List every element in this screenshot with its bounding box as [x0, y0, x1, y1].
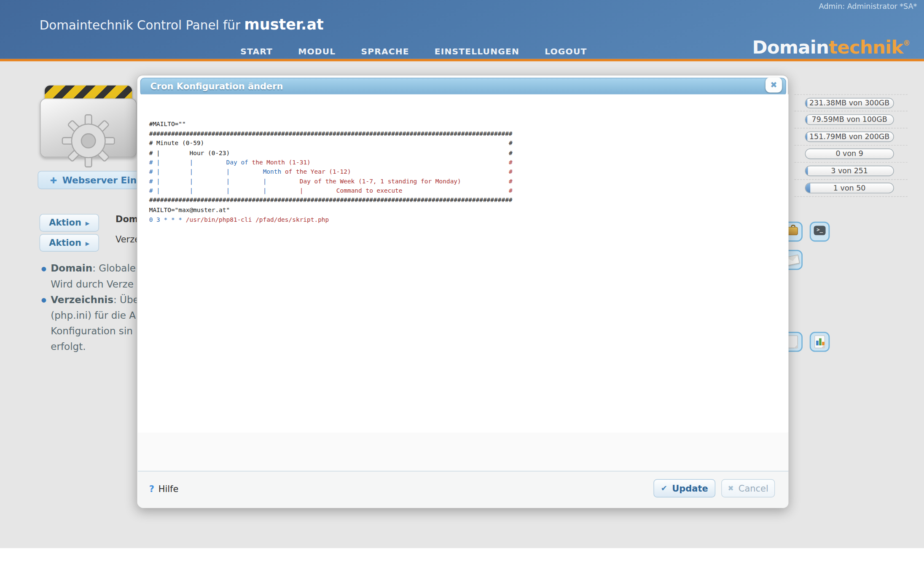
nav-start[interactable]: START [240, 46, 273, 56]
gear-icon [61, 114, 116, 168]
cron-config-dialog: Cron Konfiguration ändern ✖ #MAILTO=""##… [137, 75, 788, 508]
quota-panel: 231.38MB von 300GB79.59MB von 100GB151.7… [794, 94, 907, 197]
bullet-icon: ● [41, 296, 51, 303]
aktion-button[interactable]: Aktion▶ [40, 234, 99, 252]
nav-einstellungen[interactable]: EINSTELLUNGEN [435, 46, 519, 56]
arrow-right-icon: ▶ [86, 220, 90, 226]
page-title: Domaintechnik Control Panel für muster.a… [40, 16, 324, 33]
action-row: Aktion▶Doma [40, 214, 144, 231]
cron-text: #MAILTO=""##############################… [149, 119, 513, 224]
x-icon: ✖ [728, 484, 734, 492]
info-line: ●Verzeichnis: Übe [41, 294, 139, 310]
admin-status: Admin: Administrator *SA* [819, 2, 917, 11]
info-term: Domain [51, 263, 92, 274]
quota-bar: 1 von 50 [805, 183, 894, 193]
dialog-titlebar[interactable]: Cron Konfiguration ändern [140, 78, 786, 96]
quota-row: 231.38MB von 300GB [794, 94, 907, 112]
quota-row: 79.59MB von 100GB [794, 111, 907, 129]
accent-divider [0, 59, 924, 62]
info-text: Wird durch Verze [51, 279, 134, 290]
quota-bar: 0 von 9 [805, 148, 894, 159]
close-icon[interactable]: ✖ [766, 77, 782, 92]
dialog-footer: ?Hilfe ✔ Update ✖ Cancel [138, 471, 788, 508]
info-term: Verzeichnis [51, 294, 113, 306]
nav-modul[interactable]: MODUL [298, 46, 336, 56]
brand-logo: Domaintechnik® [752, 37, 910, 58]
quota-label: 1 von 50 [806, 183, 893, 193]
page: Admin: Administrator *SA* Domaintechnik … [0, 0, 924, 578]
page-title-domain: muster.at [244, 16, 323, 33]
cancel-button[interactable]: ✖ Cancel [721, 479, 775, 497]
cron-editor[interactable]: #MAILTO=""##############################… [138, 94, 788, 433]
help-link[interactable]: ?Hilfe [149, 484, 179, 495]
quota-row: 1 von 50 [794, 180, 907, 197]
quota-label: 231.38MB von 300GB [806, 98, 893, 108]
quota-row: 0 von 9 [794, 145, 907, 163]
quota-row: 3 von 251 [794, 163, 907, 180]
webserver-folder-icon [40, 86, 137, 158]
info-text: (php.ini) für die A [51, 310, 136, 321]
quota-row: 151.79MB von 200GB [794, 129, 907, 146]
quota-label: 79.59MB von 100GB [806, 115, 893, 124]
quota-bar: 231.38MB von 300GB [805, 98, 894, 108]
main-nav: STARTMODULSPRACHEEINSTELLUNGENLOGOUT [240, 46, 587, 56]
info-text: Konfiguration sin [51, 325, 133, 337]
info-text: erfolgt. [51, 341, 86, 352]
stats-icon[interactable] [810, 332, 830, 352]
header: Admin: Administrator *SA* Domaintechnik … [0, 0, 924, 59]
bullet-icon: ● [41, 265, 51, 272]
update-button[interactable]: ✔ Update [653, 479, 715, 497]
info-text: : Übe [113, 294, 139, 306]
info-line: Wird durch Verze [41, 279, 139, 294]
nav-sprache[interactable]: SPRACHE [361, 46, 409, 56]
nav-logout[interactable]: LOGOUT [545, 46, 587, 56]
registered-mark: ® [903, 39, 910, 47]
plus-icon: ✚ [50, 175, 57, 185]
info-line: ●Domain: Globale [41, 263, 139, 278]
quota-label: 3 von 251 [806, 166, 893, 175]
info-line: erfolgt. [41, 341, 139, 357]
quota-label: 151.79MB von 200GB [806, 132, 893, 141]
terminal-icon[interactable]: >_ [810, 222, 830, 242]
info-text: : Globale [92, 263, 136, 274]
aktion-button[interactable]: Aktion▶ [40, 214, 99, 231]
arrow-right-icon: ▶ [86, 240, 90, 246]
quota-bar: 79.59MB von 100GB [805, 114, 894, 125]
info-line: Konfiguration sin [41, 325, 139, 341]
info-list: ●Domain: GlobaleWird durch Verze●Verzeic… [41, 263, 139, 356]
quota-label: 0 von 9 [806, 149, 893, 159]
dialog-body-strip [138, 433, 788, 471]
quota-bar: 151.79MB von 200GB [805, 132, 894, 142]
info-line: (php.ini) für die A [41, 310, 139, 325]
question-icon: ? [149, 484, 154, 495]
page-bottom-strip [0, 548, 924, 578]
action-row: Aktion▶Verze [40, 234, 140, 252]
quota-bar: 3 von 251 [805, 166, 894, 176]
check-icon: ✔ [661, 484, 667, 493]
dialog-title: Cron Konfiguration ändern [150, 78, 283, 96]
